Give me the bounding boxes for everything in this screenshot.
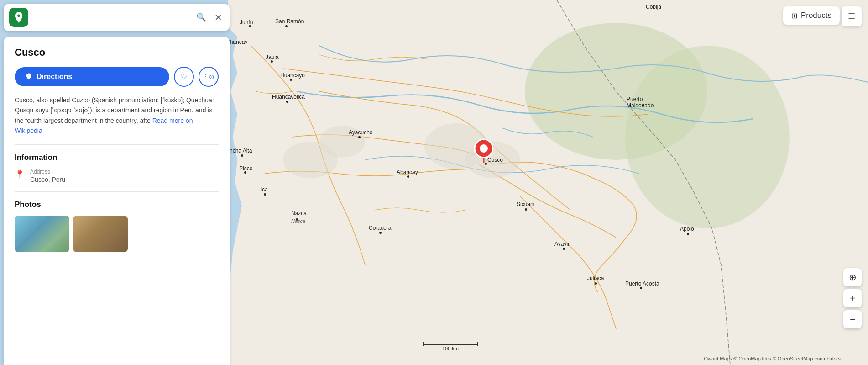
city-label: ncha Alta	[230, 148, 252, 154]
minus-icon: −	[850, 314, 855, 325]
city-dot	[379, 232, 382, 234]
city-label: Ica	[261, 186, 268, 193]
city-label: Abancay	[397, 169, 418, 175]
city-dot	[241, 154, 243, 157]
scale-line	[423, 344, 478, 345]
locate-icon: ⊕	[849, 272, 857, 283]
divider-2	[15, 191, 219, 192]
city-label: Puerto Acosta	[625, 280, 659, 287]
city-dot	[640, 287, 642, 289]
city-label: Coracora	[369, 225, 391, 231]
search-input[interactable]: Cusco	[33, 13, 190, 22]
city-label: Nazca	[291, 210, 307, 217]
photos-heading: Photos	[15, 200, 219, 209]
city-dot	[525, 208, 527, 211]
city-dot	[264, 193, 266, 196]
city-label: Cobija	[646, 4, 661, 10]
menu-button[interactable]: ☰	[842, 6, 862, 26]
address-label: Address	[30, 169, 65, 175]
city-dot	[286, 101, 288, 103]
description-text: Cusco, also spelled Cuzco (Spanish pronu…	[15, 95, 219, 136]
city-label: Ayaviri	[554, 241, 571, 247]
search-icon[interactable]: 🔍	[194, 11, 208, 24]
city-label: Huancavelica	[272, 94, 305, 100]
address-row: 📍 Address Cusco, Peru	[15, 169, 219, 183]
city-label: Huancayo	[280, 72, 305, 79]
products-grid-icon: ⊞	[791, 11, 797, 20]
location-icon: 📍	[15, 169, 25, 180]
photos-row	[15, 216, 219, 252]
place-title: Cusco	[15, 47, 219, 58]
scale-bar: 100 km	[423, 344, 478, 351]
zoom-in-button[interactable]: +	[843, 289, 862, 307]
photos-section: Photos	[15, 200, 219, 252]
directions-label: Directions	[37, 73, 72, 81]
zoom-out-button[interactable]: −	[843, 310, 862, 328]
city-dot	[290, 79, 292, 81]
actions-row: Directions ♡ ⋮⊙	[15, 67, 219, 87]
city-dot	[563, 248, 565, 250]
city-label: Apolo	[680, 226, 694, 232]
city-label: Pisco	[239, 165, 252, 172]
city-dot	[358, 136, 361, 138]
city-label: San Ramón	[275, 18, 304, 25]
side-panel: Cusco Directions ♡ ⋮⊙ Cusco, also spelle…	[4, 37, 230, 365]
city-label: Ayacucho	[349, 129, 372, 136]
city-label: Sicuani	[517, 201, 534, 207]
app-logo	[9, 8, 28, 27]
share-button[interactable]: ⋮⊙	[199, 67, 219, 87]
directions-button[interactable]: Directions	[15, 67, 169, 86]
city-label: Junín	[240, 19, 253, 26]
close-icon[interactable]: ✕	[213, 10, 224, 25]
city-dot	[285, 25, 288, 27]
svg-point-8	[480, 144, 488, 153]
city-dot	[687, 233, 689, 235]
heart-icon: ♡	[180, 72, 188, 82]
plus-icon: +	[850, 293, 855, 304]
products-button[interactable]: ⊞ Products	[783, 6, 840, 25]
map-attribution: Qwant Maps © OpenMapTiles © OpenStreetMa…	[704, 356, 841, 361]
city-label: PuertoMaldonado	[627, 96, 654, 109]
city-label: Jauja	[266, 54, 279, 60]
hamburger-icon: ☰	[848, 11, 855, 21]
photo-thumbnail[interactable]	[73, 216, 128, 252]
photo-thumbnail[interactable]	[15, 216, 69, 252]
divider	[15, 144, 219, 145]
map-pin	[474, 138, 494, 165]
favorite-button[interactable]: ♡	[174, 67, 194, 87]
scale-label: 100 km	[442, 346, 459, 351]
address-value: Cusco, Peru	[30, 176, 65, 183]
products-label: Products	[801, 11, 831, 20]
city-label-alt: Nasca	[291, 218, 305, 224]
search-box: Cusco 🔍 ✕	[4, 4, 230, 31]
info-heading: Information	[15, 153, 219, 162]
info-section: Information 📍 Address Cusco, Peru	[15, 153, 219, 183]
map-controls: ⊕ + −	[843, 268, 862, 328]
city-dot	[271, 60, 273, 63]
city-dot	[595, 282, 597, 285]
city-label: Juliaca	[587, 275, 604, 281]
locate-button[interactable]: ⊕	[843, 268, 862, 286]
share-icon: ⋮⊙	[203, 73, 214, 80]
city-dot	[407, 175, 409, 178]
